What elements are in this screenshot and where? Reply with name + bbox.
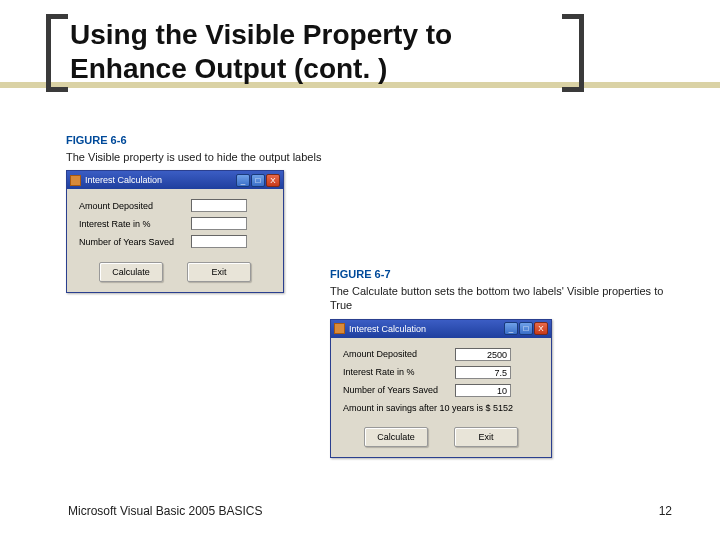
amount-field[interactable] — [191, 199, 247, 212]
figure-label: FIGURE 6-6 — [66, 134, 366, 146]
titlebar: Interest Calculation _ □ X — [67, 171, 283, 189]
row-rate: Interest Rate in % — [79, 217, 271, 230]
figure-caption: The Calculate button sets the bottom two… — [330, 284, 670, 313]
maximize-button[interactable]: □ — [519, 322, 533, 335]
window-body: Amount Deposited Interest Rate in % Numb… — [67, 189, 283, 292]
footer-text: Microsoft Visual Basic 2005 BASICS — [68, 504, 263, 518]
title-bracket-left — [46, 14, 68, 92]
years-label: Number of Years Saved — [343, 385, 455, 395]
row-years: Number of Years Saved 10 — [343, 384, 539, 397]
row-rate: Interest Rate in % 7.5 — [343, 366, 539, 379]
figure-label: FIGURE 6-7 — [330, 268, 670, 280]
button-row: Calculate Exit — [79, 262, 271, 284]
exit-button[interactable]: Exit — [187, 262, 251, 282]
window-title: Interest Calculation — [85, 175, 236, 185]
rate-label: Interest Rate in % — [79, 219, 191, 229]
slide-title-wrap: Using the Visible Property to Enhance Ou… — [70, 18, 570, 85]
result-label: Amount in savings after 10 years is $ 51… — [343, 403, 539, 413]
calculate-button[interactable]: Calculate — [364, 427, 428, 447]
vb-window-1: Interest Calculation _ □ X Amount Deposi… — [66, 170, 284, 293]
close-button[interactable]: X — [266, 174, 280, 187]
years-label: Number of Years Saved — [79, 237, 191, 247]
maximize-button[interactable]: □ — [251, 174, 265, 187]
row-amount: Amount Deposited 2500 — [343, 348, 539, 361]
figure-6-7: FIGURE 6-7 The Calculate button sets the… — [330, 268, 670, 458]
minimize-button[interactable]: _ — [504, 322, 518, 335]
calculate-button[interactable]: Calculate — [99, 262, 163, 282]
window-body: Amount Deposited 2500 Interest Rate in %… — [331, 338, 551, 457]
app-icon — [334, 323, 345, 334]
page-number: 12 — [659, 504, 672, 518]
vb-window-2: Interest Calculation _ □ X Amount Deposi… — [330, 319, 552, 458]
window-controls: _ □ X — [236, 174, 280, 187]
slide-title: Using the Visible Property to Enhance Ou… — [70, 18, 570, 85]
exit-button[interactable]: Exit — [454, 427, 518, 447]
close-button[interactable]: X — [534, 322, 548, 335]
titlebar: Interest Calculation _ □ X — [331, 320, 551, 338]
figure-caption: The Visible property is used to hide the… — [66, 150, 366, 164]
app-icon — [70, 175, 81, 186]
amount-field[interactable]: 2500 — [455, 348, 511, 361]
rate-field[interactable] — [191, 217, 247, 230]
years-field[interactable]: 10 — [455, 384, 511, 397]
figure-6-6: FIGURE 6-6 The Visible property is used … — [66, 134, 366, 293]
rate-label: Interest Rate in % — [343, 367, 455, 377]
amount-label: Amount Deposited — [79, 201, 191, 211]
window-title: Interest Calculation — [349, 324, 504, 334]
button-row: Calculate Exit — [343, 427, 539, 449]
row-amount: Amount Deposited — [79, 199, 271, 212]
minimize-button[interactable]: _ — [236, 174, 250, 187]
rate-field[interactable]: 7.5 — [455, 366, 511, 379]
amount-label: Amount Deposited — [343, 349, 455, 359]
row-years: Number of Years Saved — [79, 235, 271, 248]
window-controls: _ □ X — [504, 322, 548, 335]
years-field[interactable] — [191, 235, 247, 248]
